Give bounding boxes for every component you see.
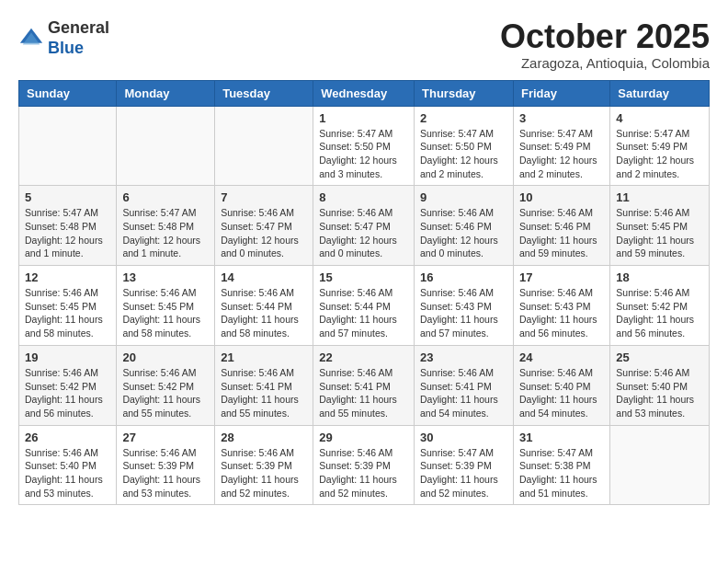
day-info: Sunrise: 5:46 AM Sunset: 5:45 PM Dayligh… [122,286,209,340]
calendar-cell: 24Sunrise: 5:46 AM Sunset: 5:40 PM Dayli… [513,345,609,425]
day-number: 24 [519,350,604,364]
weekday-row: SundayMondayTuesdayWednesdayThursdayFrid… [19,80,710,106]
day-number: 26 [25,431,110,444]
calendar-cell: 12Sunrise: 5:46 AM Sunset: 5:45 PM Dayli… [19,266,117,346]
day-info: Sunrise: 5:46 AM Sunset: 5:44 PM Dayligh… [221,286,307,340]
day-number: 30 [420,431,507,444]
calendar-cell: 14Sunrise: 5:46 AM Sunset: 5:44 PM Dayli… [215,266,313,346]
calendar-cell: 27Sunrise: 5:46 AM Sunset: 5:39 PM Dayli… [117,425,215,505]
day-number: 10 [519,190,604,204]
day-number: 20 [122,350,209,364]
day-info: Sunrise: 5:46 AM Sunset: 5:42 PM Dayligh… [122,366,209,420]
day-info: Sunrise: 5:47 AM Sunset: 5:50 PM Dayligh… [420,127,507,181]
calendar-cell: 26Sunrise: 5:46 AM Sunset: 5:40 PM Dayli… [19,425,117,505]
calendar-cell: 17Sunrise: 5:46 AM Sunset: 5:43 PM Dayli… [513,266,609,346]
day-number: 3 [519,111,604,125]
day-number: 29 [319,431,408,444]
day-info: Sunrise: 5:46 AM Sunset: 5:41 PM Dayligh… [221,366,307,420]
day-number: 12 [25,270,110,284]
calendar-cell: 7Sunrise: 5:46 AM Sunset: 5:47 PM Daylig… [215,186,313,266]
day-number: 22 [319,350,408,364]
day-number: 9 [420,190,507,204]
day-info: Sunrise: 5:46 AM Sunset: 5:42 PM Dayligh… [616,286,703,340]
day-info: Sunrise: 5:46 AM Sunset: 5:44 PM Dayligh… [319,286,408,340]
calendar-cell: 25Sunrise: 5:46 AM Sunset: 5:40 PM Dayli… [610,345,710,425]
day-info: Sunrise: 5:46 AM Sunset: 5:42 PM Dayligh… [25,366,110,420]
calendar-cell: 30Sunrise: 5:47 AM Sunset: 5:39 PM Dayli… [415,425,514,505]
day-number: 11 [616,190,703,204]
weekday-header-sunday: Sunday [19,80,117,106]
calendar-cell: 10Sunrise: 5:46 AM Sunset: 5:46 PM Dayli… [513,186,609,266]
day-number: 4 [616,111,703,125]
day-info: Sunrise: 5:47 AM Sunset: 5:39 PM Dayligh… [420,446,507,500]
calendar-cell: 18Sunrise: 5:46 AM Sunset: 5:42 PM Dayli… [610,266,710,346]
logo: General Blue [18,18,109,58]
day-number: 27 [122,431,209,444]
day-info: Sunrise: 5:46 AM Sunset: 5:45 PM Dayligh… [616,206,703,260]
day-info: Sunrise: 5:46 AM Sunset: 5:39 PM Dayligh… [319,446,408,500]
calendar-cell: 11Sunrise: 5:46 AM Sunset: 5:45 PM Dayli… [610,186,710,266]
day-info: Sunrise: 5:46 AM Sunset: 5:41 PM Dayligh… [319,366,408,420]
calendar-cell: 16Sunrise: 5:46 AM Sunset: 5:43 PM Dayli… [415,266,514,346]
calendar-cell [19,106,117,186]
day-number: 17 [519,270,604,284]
day-number: 16 [420,270,507,284]
day-info: Sunrise: 5:46 AM Sunset: 5:39 PM Dayligh… [221,446,307,500]
calendar-cell: 8Sunrise: 5:46 AM Sunset: 5:47 PM Daylig… [313,186,415,266]
day-info: Sunrise: 5:46 AM Sunset: 5:43 PM Dayligh… [420,286,507,340]
day-number: 7 [221,190,307,204]
calendar-table: SundayMondayTuesdayWednesdayThursdayFrid… [18,80,710,506]
day-number: 15 [319,270,408,284]
logo-icon [18,26,44,52]
day-number: 28 [221,431,307,444]
calendar-cell: 6Sunrise: 5:47 AM Sunset: 5:48 PM Daylig… [117,186,215,266]
day-info: Sunrise: 5:47 AM Sunset: 5:49 PM Dayligh… [616,127,703,181]
calendar-cell: 29Sunrise: 5:46 AM Sunset: 5:39 PM Dayli… [313,425,415,505]
day-info: Sunrise: 5:47 AM Sunset: 5:49 PM Dayligh… [519,127,604,181]
weekday-header-tuesday: Tuesday [215,80,313,106]
day-info: Sunrise: 5:47 AM Sunset: 5:50 PM Dayligh… [319,127,408,181]
calendar-header: SundayMondayTuesdayWednesdayThursdayFrid… [19,80,710,106]
calendar-week-3: 12Sunrise: 5:46 AM Sunset: 5:45 PM Dayli… [19,266,710,346]
calendar-body: 1Sunrise: 5:47 AM Sunset: 5:50 PM Daylig… [19,106,710,505]
calendar-cell [215,106,313,186]
day-number: 14 [221,270,307,284]
day-info: Sunrise: 5:46 AM Sunset: 5:45 PM Dayligh… [25,286,110,340]
calendar-cell: 4Sunrise: 5:47 AM Sunset: 5:49 PM Daylig… [610,106,710,186]
day-info: Sunrise: 5:46 AM Sunset: 5:46 PM Dayligh… [519,206,604,260]
day-number: 31 [519,431,604,444]
day-info: Sunrise: 5:46 AM Sunset: 5:40 PM Dayligh… [519,366,604,420]
logo-blue-text: Blue [48,39,84,57]
calendar-cell: 3Sunrise: 5:47 AM Sunset: 5:49 PM Daylig… [513,106,609,186]
weekday-header-monday: Monday [117,80,215,106]
weekday-header-wednesday: Wednesday [313,80,415,106]
weekday-header-thursday: Thursday [415,80,514,106]
calendar-title: October 2025 [500,18,710,55]
calendar-week-1: 1Sunrise: 5:47 AM Sunset: 5:50 PM Daylig… [19,106,710,186]
calendar-cell: 9Sunrise: 5:46 AM Sunset: 5:46 PM Daylig… [415,186,514,266]
weekday-header-saturday: Saturday [610,80,710,106]
day-info: Sunrise: 5:46 AM Sunset: 5:41 PM Dayligh… [420,366,507,420]
calendar-cell: 28Sunrise: 5:46 AM Sunset: 5:39 PM Dayli… [215,425,313,505]
day-info: Sunrise: 5:46 AM Sunset: 5:47 PM Dayligh… [221,206,307,260]
calendar-week-4: 19Sunrise: 5:46 AM Sunset: 5:42 PM Dayli… [19,345,710,425]
page-header: General Blue October 2025 Zaragoza, Anti… [18,18,710,71]
calendar-cell: 15Sunrise: 5:46 AM Sunset: 5:44 PM Dayli… [313,266,415,346]
day-number: 6 [122,190,209,204]
logo-general-text: General [48,18,109,37]
calendar-cell: 31Sunrise: 5:47 AM Sunset: 5:38 PM Dayli… [513,425,609,505]
calendar-week-2: 5Sunrise: 5:47 AM Sunset: 5:48 PM Daylig… [19,186,710,266]
day-number: 5 [25,190,110,204]
calendar-cell: 20Sunrise: 5:46 AM Sunset: 5:42 PM Dayli… [117,345,215,425]
day-info: Sunrise: 5:47 AM Sunset: 5:38 PM Dayligh… [519,446,604,500]
day-info: Sunrise: 5:46 AM Sunset: 5:46 PM Dayligh… [420,206,507,260]
day-number: 1 [319,111,408,125]
day-number: 8 [319,190,408,204]
calendar-week-5: 26Sunrise: 5:46 AM Sunset: 5:40 PM Dayli… [19,425,710,505]
day-info: Sunrise: 5:47 AM Sunset: 5:48 PM Dayligh… [25,206,110,260]
calendar-cell: 19Sunrise: 5:46 AM Sunset: 5:42 PM Dayli… [19,345,117,425]
weekday-header-friday: Friday [513,80,609,106]
calendar-cell: 21Sunrise: 5:46 AM Sunset: 5:41 PM Dayli… [215,345,313,425]
day-info: Sunrise: 5:46 AM Sunset: 5:47 PM Dayligh… [319,206,408,260]
day-number: 13 [122,270,209,284]
